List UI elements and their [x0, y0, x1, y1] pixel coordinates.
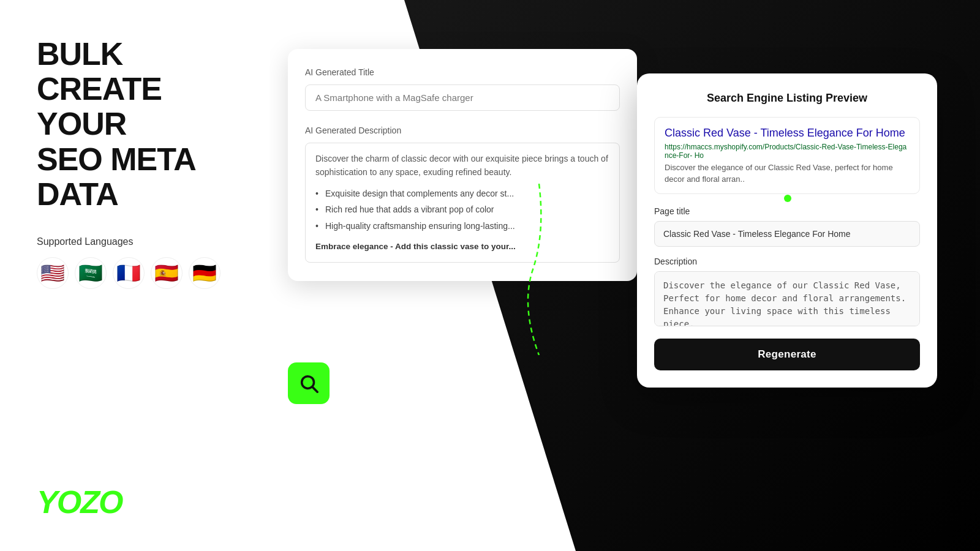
dashed-line-svg: [508, 184, 570, 355]
logo: YOZO: [37, 484, 239, 520]
search-promo-text: Make your products prominently visible o…: [343, 347, 514, 399]
flag-es: 🇪🇸: [151, 257, 183, 289]
serp-preview: Classic Red Vase - Timeless Elegance For…: [654, 117, 920, 194]
description-label: Description: [654, 257, 920, 266]
description-textarea[interactable]: Discover the elegance of our Classic Red…: [654, 271, 920, 326]
serp-description: Discover the elegance of our Classic Red…: [665, 162, 910, 184]
flag-de: 🇩🇪: [189, 257, 221, 289]
flag-sa: 🇸🇦: [75, 257, 107, 289]
seo-preview-card: Search Engine Listing Preview Classic Re…: [637, 73, 937, 388]
root: BULK CREATE YOUR SEO META DATA Supported…: [0, 0, 980, 551]
desc-intro: Discover the charm of classic decor with…: [315, 152, 609, 179]
right-section: AI Generated Title AI Generated Descript…: [270, 0, 980, 551]
seo-card-heading: Search Engine Listing Preview: [654, 92, 920, 105]
svg-line-1: [312, 387, 317, 392]
ai-desc-box: Discover the charm of classic decor with…: [305, 143, 620, 263]
languages-section: Supported Languages 🇺🇸 🇸🇦 🇫🇷 🇪🇸 🇩🇪: [37, 236, 239, 289]
ai-title-input[interactable]: [305, 84, 620, 111]
ai-title-label: AI Generated Title: [305, 67, 620, 77]
serp-title: Classic Red Vase - Timeless Elegance For…: [665, 126, 910, 140]
flag-us: 🇺🇸: [37, 257, 69, 289]
flag-fr: 🇫🇷: [113, 257, 145, 289]
serp-url: https://hmaccs.myshopify.com/Products/Cl…: [665, 143, 910, 160]
ai-generated-card: AI Generated Title AI Generated Descript…: [288, 49, 637, 281]
page-title-input[interactable]: [654, 221, 920, 247]
search-icon: [298, 373, 319, 394]
page-title-label: Page title: [654, 206, 920, 216]
search-fab-button[interactable]: [288, 362, 330, 404]
hero-title: BULK CREATE YOUR SEO META DATA: [37, 37, 239, 212]
languages-label: Supported Languages: [37, 236, 239, 247]
flags-row: 🇺🇸 🇸🇦 🇫🇷 🇪🇸 🇩🇪: [37, 257, 239, 289]
left-panel: BULK CREATE YOUR SEO META DATA Supported…: [0, 0, 270, 551]
regenerate-button[interactable]: Regenerate: [654, 339, 920, 370]
ai-desc-label: AI Generated Description: [305, 126, 620, 135]
green-dot-connector: [784, 195, 791, 202]
